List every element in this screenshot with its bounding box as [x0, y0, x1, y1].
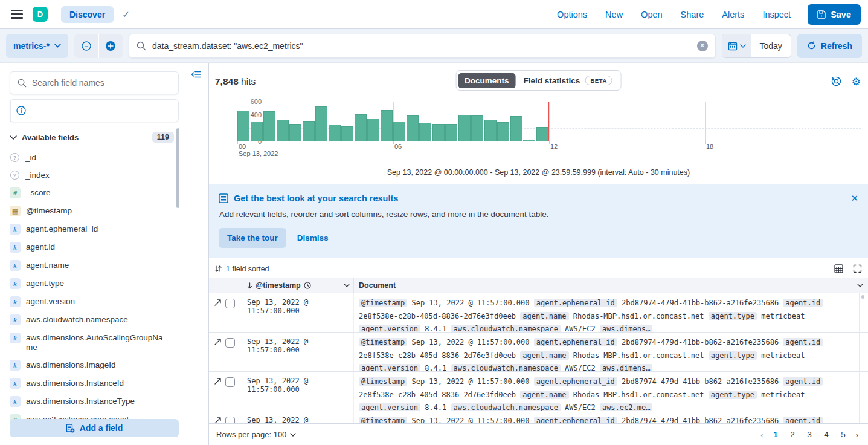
field-item[interactable]: ?_id — [10, 149, 179, 166]
prev-page-icon[interactable]: ‹ — [758, 429, 766, 440]
tab-documents[interactable]: Documents — [458, 73, 516, 88]
nav-link-new[interactable]: New — [605, 10, 623, 19]
take-tour-button[interactable]: Take the tour — [219, 228, 286, 248]
field-item[interactable]: kaws.dimensions.AutoScalingGroupName — [10, 329, 179, 356]
rows-per-page-select[interactable]: Rows per page: 100 — [216, 430, 296, 439]
app-logo[interactable]: D — [33, 7, 48, 22]
dismiss-button[interactable]: Dismiss — [297, 233, 329, 242]
close-icon[interactable]: ✕ — [850, 193, 858, 204]
histogram-bar[interactable] — [251, 122, 263, 141]
expand-row-icon[interactable] — [214, 299, 222, 307]
field-item[interactable]: ▦@timestamp — [10, 202, 179, 220]
query-input[interactable]: data_stream.dataset: "aws.ec2_metrics" ✕ — [129, 34, 716, 58]
nav-link-share[interactable]: Share — [681, 10, 704, 19]
display-options-icon[interactable] — [834, 264, 843, 273]
field-item[interactable]: kaws.dimensions.InstanceId — [10, 374, 179, 392]
page-2[interactable]: 2 — [785, 427, 800, 442]
query-text: data_stream.dataset: "aws.ec2_metrics" — [152, 41, 691, 51]
menu-icon[interactable] — [11, 10, 23, 19]
calendar-dropdown[interactable] — [722, 34, 751, 57]
field-item[interactable]: kaws.dimensions.ImageId — [10, 356, 179, 374]
beta-badge: BETA — [585, 76, 612, 85]
expand-row-icon[interactable] — [214, 338, 222, 346]
histogram-bar[interactable] — [536, 127, 548, 141]
field-item[interactable]: kagent.ephemeral_id — [10, 220, 179, 238]
histogram-bar[interactable] — [355, 114, 367, 141]
field-item[interactable]: kagent.name — [10, 256, 179, 274]
histogram-bar[interactable] — [484, 120, 497, 141]
page-1[interactable]: 1 — [768, 427, 783, 442]
sorted-fields-label[interactable]: 1 field sorted — [226, 265, 269, 273]
histogram-bar[interactable] — [497, 122, 509, 141]
nav-link-options[interactable]: Options — [557, 10, 587, 19]
field-item[interactable]: kagent.id — [10, 238, 179, 256]
fullscreen-icon[interactable] — [853, 264, 862, 273]
saved-query-icon[interactable] — [74, 34, 98, 58]
nav-link-open[interactable]: Open — [641, 10, 662, 19]
histogram-bar[interactable] — [289, 124, 301, 141]
histogram-bar[interactable] — [471, 115, 483, 141]
available-fields-header[interactable]: Available fields 119 — [10, 132, 179, 143]
histogram-bar[interactable] — [445, 124, 457, 141]
hits-counter-icon[interactable] — [831, 76, 841, 88]
field-info-icon[interactable] — [10, 100, 31, 122]
refresh-button[interactable]: Refresh — [797, 34, 862, 58]
breadcrumb[interactable]: Discover — [61, 6, 114, 23]
table-header-timestamp[interactable]: @timestamp — [243, 278, 354, 293]
page-4[interactable]: 4 — [819, 427, 834, 442]
add-field-button[interactable]: Add a field — [10, 419, 179, 437]
histogram-bar[interactable] — [263, 111, 275, 141]
histogram-bar[interactable] — [237, 111, 249, 141]
histogram-bar[interactable] — [367, 119, 379, 141]
nav-link-alerts[interactable]: Alerts — [722, 10, 744, 19]
histogram-bar[interactable] — [419, 123, 431, 141]
histogram-bar[interactable] — [329, 125, 341, 141]
field-item[interactable]: kaws.cloudwatch.namespace — [10, 311, 179, 329]
doc-field-badge: agent.name — [520, 312, 568, 320]
histogram-bar[interactable] — [523, 140, 535, 141]
field-label: aws.cloudwatch.namespace — [26, 314, 165, 325]
field-item[interactable]: ?_index — [10, 166, 179, 184]
add-filter-icon[interactable] — [98, 34, 123, 58]
row-checkbox[interactable] — [225, 299, 235, 308]
histogram-bar[interactable] — [315, 106, 327, 141]
doc-field-badge: agent.name — [520, 351, 568, 360]
sort-fields-icon[interactable] — [215, 265, 222, 273]
data-view-picker[interactable]: metrics-* — [6, 34, 68, 58]
field-item[interactable]: kaws.dimensions.InstanceType — [10, 392, 179, 411]
field-search-box[interactable] — [10, 71, 179, 94]
chevron-down-icon[interactable] — [857, 284, 863, 287]
field-item[interactable]: kagent.version — [10, 293, 179, 311]
date-range-label[interactable]: Today — [751, 34, 791, 57]
field-item[interactable]: #_score — [10, 184, 179, 202]
histogram-bar[interactable] — [510, 116, 522, 141]
histogram-bar[interactable] — [407, 115, 419, 141]
gear-icon[interactable]: ⚙ — [852, 76, 861, 88]
histogram-bar[interactable] — [432, 124, 445, 141]
table-header-document[interactable]: Document — [354, 278, 868, 293]
doc-field-badge: aws.dimens… — [600, 364, 652, 371]
tab-field-statistics[interactable]: Field statistics BETA — [517, 73, 619, 88]
histogram-bar[interactable] — [303, 121, 315, 141]
histogram-bar[interactable] — [277, 120, 289, 141]
row-checkbox[interactable] — [225, 338, 235, 348]
field-item[interactable]: kagent.type — [10, 274, 179, 293]
table-scrollbar[interactable] — [859, 293, 866, 437]
histogram-bar[interactable] — [458, 115, 471, 141]
collapse-sidebar-icon[interactable] — [191, 70, 201, 79]
sidebar-scrollbar[interactable] — [176, 128, 179, 208]
page-3[interactable]: 3 — [802, 427, 817, 442]
row-checkbox[interactable] — [225, 377, 235, 387]
histogram-bar[interactable] — [381, 110, 393, 141]
nav-link-inspect[interactable]: Inspect — [762, 10, 791, 19]
field-search-input[interactable] — [32, 78, 171, 88]
histogram-bar[interactable] — [393, 122, 405, 141]
page-5[interactable]: 5 — [836, 427, 850, 442]
histogram-bar[interactable] — [341, 126, 353, 141]
save-button[interactable]: Save — [808, 4, 861, 25]
clear-query-icon[interactable]: ✕ — [697, 41, 708, 51]
chevron-down-icon[interactable] — [344, 284, 350, 287]
expand-row-icon[interactable] — [214, 377, 222, 385]
histogram-chart[interactable]: 020040060000Sep 13, 2022061218 — [209, 100, 863, 158]
next-page-icon[interactable]: › — [853, 429, 861, 440]
